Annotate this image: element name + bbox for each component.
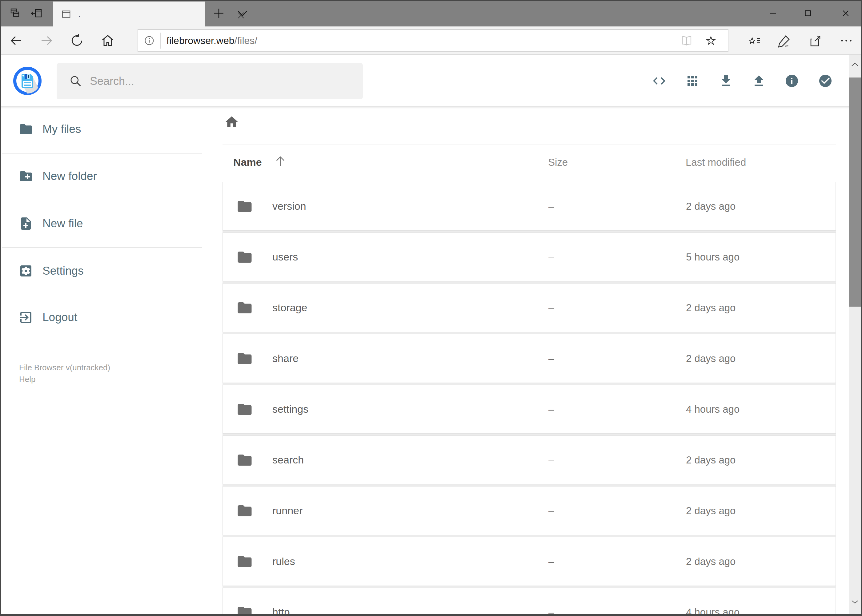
file-row[interactable]: rules–2 days ago — [222, 537, 836, 586]
file-size: – — [548, 182, 554, 230]
check-circle-icon[interactable] — [818, 74, 833, 88]
new-tab-button[interactable] — [212, 7, 225, 20]
file-row[interactable]: users–5 hours ago — [222, 233, 836, 281]
sidebar-item-logout[interactable]: Logout — [1, 305, 202, 330]
window-border — [0, 614, 862, 616]
site-info-icon[interactable] — [143, 35, 155, 47]
url-text: filebrowser.web/files/ — [167, 35, 257, 46]
sidebar-item-label: New file — [43, 211, 83, 236]
file-row[interactable]: storage–2 days ago — [222, 283, 836, 332]
scroll-up-icon[interactable] — [849, 55, 861, 74]
back-button[interactable] — [9, 33, 24, 48]
folder-icon — [236, 503, 253, 519]
search-bar[interactable] — [57, 63, 363, 99]
file-modified: 2 days ago — [686, 284, 736, 332]
file-name: settings — [273, 385, 308, 433]
sidebar-item-new-file[interactable]: New file — [1, 211, 202, 236]
file-size: – — [548, 537, 554, 586]
sidebar-divider — [2, 247, 202, 248]
file-size: – — [548, 284, 554, 332]
file-row[interactable]: http–4 hours ago — [222, 588, 836, 616]
download-icon[interactable] — [719, 74, 733, 88]
tab-list-dropdown-icon[interactable] — [236, 9, 249, 18]
code-icon[interactable] — [652, 74, 667, 88]
file-row[interactable]: share–2 days ago — [222, 334, 836, 383]
file-modified: 4 hours ago — [686, 385, 739, 433]
minimize-button[interactable] — [759, 0, 786, 27]
set-tabs-aside-button[interactable] — [31, 7, 43, 19]
file-row[interactable]: version–2 days ago — [222, 182, 836, 231]
url-path: /files/ — [235, 35, 258, 46]
home-button[interactable] — [100, 33, 115, 48]
file-name: users — [273, 233, 298, 281]
scrollbar-thumb[interactable] — [849, 77, 861, 306]
nav-bar: filebrowser.web/files/ — [0, 27, 862, 55]
sidebar-item-label: New folder — [43, 163, 97, 189]
file-modified: 2 days ago — [686, 487, 736, 535]
folder-icon — [236, 452, 253, 468]
info-icon[interactable] — [785, 74, 799, 88]
sidebar-item-my-files[interactable]: My files — [1, 116, 202, 142]
address-bar[interactable]: filebrowser.web/files/ — [137, 29, 728, 52]
file-name: search — [273, 436, 304, 484]
file-size: – — [548, 487, 554, 535]
column-header-size[interactable]: Size — [548, 157, 568, 168]
folder-icon — [236, 300, 253, 316]
hub-favorites-button[interactable] — [747, 33, 762, 48]
upload-icon[interactable] — [752, 74, 766, 88]
column-header-name[interactable]: Name — [233, 156, 262, 168]
browser-window: . — [0, 0, 862, 616]
folder-icon — [236, 553, 253, 570]
maximize-button[interactable] — [794, 0, 822, 27]
file-row[interactable]: settings–4 hours ago — [222, 385, 836, 434]
folder-icon — [236, 198, 253, 215]
app-header — [0, 55, 862, 106]
sidebar-item-label: My files — [43, 116, 81, 142]
url-host: filebrowser.web — [167, 35, 235, 46]
file-modified: 5 hours ago — [686, 233, 739, 281]
file-size: – — [548, 588, 554, 616]
folder-icon — [236, 401, 253, 418]
logout-icon — [19, 310, 33, 325]
annotate-pen-button[interactable] — [777, 33, 792, 48]
sidebar-item-label: Settings — [43, 258, 84, 284]
search-input[interactable] — [89, 63, 354, 99]
sort-ascending-icon — [274, 155, 287, 168]
breadcrumb-home-icon[interactable] — [224, 115, 240, 130]
share-button[interactable] — [808, 33, 823, 48]
folder-icon — [236, 350, 253, 367]
titlebar: . — [0, 0, 862, 27]
file-size: – — [548, 334, 554, 383]
tab-preview-button[interactable] — [9, 7, 22, 19]
new-file-icon — [19, 216, 33, 231]
page-scrollbar[interactable] — [849, 55, 861, 614]
grid-view-icon[interactable] — [685, 74, 700, 88]
file-size: – — [548, 385, 554, 433]
folder-icon — [236, 249, 253, 266]
sidebar-divider — [2, 154, 202, 154]
app-version-text: File Browser v(untracked) — [19, 363, 110, 372]
sidebar-item-settings[interactable]: Settings — [1, 258, 202, 284]
refresh-button[interactable] — [69, 33, 84, 48]
forward-button[interactable] — [39, 33, 54, 48]
window-border — [0, 0, 862, 1]
browser-tab[interactable]: . — [53, 2, 205, 27]
more-options-icon[interactable] — [839, 33, 854, 48]
scroll-down-icon[interactable] — [849, 592, 861, 612]
close-button[interactable] — [829, 0, 862, 27]
favorite-star-icon[interactable] — [704, 34, 717, 47]
file-name: share — [273, 334, 298, 383]
file-row[interactable]: search–2 days ago — [222, 435, 836, 484]
window-border — [0, 0, 1, 616]
settings-icon — [19, 264, 33, 278]
help-link[interactable]: Help — [19, 375, 35, 384]
breadcrumb-divider — [222, 145, 836, 145]
column-header-modified[interactable]: Last modified — [686, 157, 746, 168]
file-row[interactable]: runner–2 days ago — [222, 486, 836, 535]
page-icon — [61, 9, 71, 19]
file-name: rules — [273, 537, 295, 586]
sidebar-item-new-folder[interactable]: New folder — [1, 163, 202, 189]
file-name: storage — [273, 284, 307, 332]
file-modified: 2 days ago — [686, 436, 736, 484]
reading-view-icon[interactable] — [680, 34, 693, 47]
